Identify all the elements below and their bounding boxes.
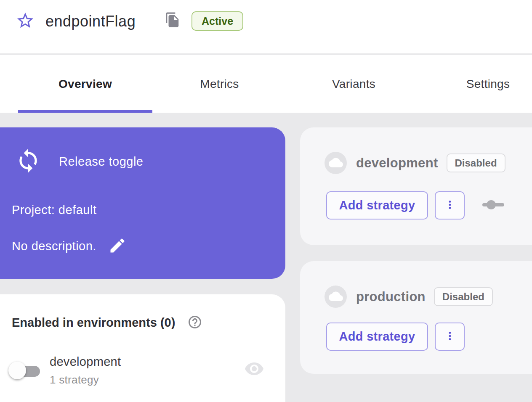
environment-status-badge: Disabled bbox=[447, 153, 505, 172]
environment-name: development bbox=[50, 355, 121, 369]
pencil-icon bbox=[108, 236, 127, 256]
flag-header: endpointFlag Active bbox=[0, 0, 532, 54]
environment-strategy-count: 1 strategy bbox=[50, 373, 99, 386]
page-title: endpointFlag bbox=[45, 13, 136, 30]
edit-description-button[interactable] bbox=[107, 236, 128, 256]
environment-card-name: production bbox=[356, 289, 426, 304]
environment-card-production: production Disabled Add strategy bbox=[300, 261, 532, 374]
development-toggle-switch[interactable] bbox=[8, 361, 41, 382]
environment-card-actions: Add strategy bbox=[326, 323, 465, 351]
flag-description-row: No description. bbox=[12, 236, 128, 256]
slider-icon bbox=[482, 199, 505, 212]
flag-type-label: Release toggle bbox=[59, 155, 143, 169]
tab-settings[interactable]: Settings bbox=[421, 55, 532, 113]
environment-card-development: development Disabled Add strategy bbox=[300, 127, 532, 245]
status-badge: Active bbox=[192, 11, 243, 31]
kebab-menu-icon bbox=[444, 330, 456, 344]
environment-card-actions: Add strategy bbox=[326, 191, 505, 220]
sync-arrows-icon bbox=[15, 148, 41, 175]
star-icon bbox=[16, 11, 35, 32]
avatar bbox=[325, 152, 347, 174]
flag-type-row: Release toggle bbox=[15, 148, 143, 175]
tab-overview[interactable]: Overview bbox=[18, 55, 152, 113]
cloud-icon bbox=[329, 157, 343, 169]
kebab-menu-icon bbox=[444, 198, 456, 212]
avatar bbox=[325, 286, 347, 308]
switch-thumb bbox=[8, 362, 26, 379]
copy-name-button[interactable] bbox=[164, 11, 181, 29]
tab-metrics[interactable]: Metrics bbox=[152, 55, 287, 113]
environment-card-header: development Disabled bbox=[325, 152, 505, 174]
favorite-button[interactable] bbox=[15, 11, 35, 31]
add-strategy-button[interactable]: Add strategy bbox=[326, 191, 428, 220]
visibility-button[interactable] bbox=[243, 360, 265, 378]
environment-menu-button[interactable] bbox=[435, 191, 465, 220]
enabled-environments-heading-row: Enabled in environments (0) bbox=[12, 315, 203, 331]
eye-icon bbox=[244, 361, 264, 378]
environment-status-badge: Disabled bbox=[434, 287, 493, 306]
flag-description-label: No description. bbox=[12, 239, 96, 253]
question-circle-icon bbox=[187, 315, 202, 331]
add-strategy-button[interactable]: Add strategy bbox=[326, 323, 428, 351]
tab-variants[interactable]: Variants bbox=[287, 55, 421, 113]
environment-menu-button[interactable] bbox=[435, 323, 465, 351]
flag-project-label: Project: default bbox=[12, 203, 96, 217]
help-button[interactable] bbox=[187, 315, 203, 331]
environment-row-development: development 1 strategy bbox=[0, 352, 285, 390]
tab-list: Overview Metrics Variants Settings bbox=[18, 55, 532, 113]
strategy-slider-handle[interactable] bbox=[481, 199, 505, 212]
enabled-environments-heading: Enabled in environments (0) bbox=[12, 316, 175, 330]
enabled-environments-panel: Enabled in environments (0) development … bbox=[0, 294, 285, 402]
flag-info-card: Release toggle Project: default No descr… bbox=[0, 127, 285, 279]
environment-card-header: production Disabled bbox=[325, 286, 493, 308]
copy-icon bbox=[165, 12, 181, 29]
overview-content: Release toggle Project: default No descr… bbox=[0, 113, 532, 402]
feature-flag-page: endpointFlag Active Overview Metrics Var… bbox=[0, 0, 532, 402]
cloud-icon bbox=[329, 291, 343, 303]
tab-bar: Overview Metrics Variants Settings bbox=[0, 55, 532, 113]
environment-card-name: development bbox=[356, 156, 438, 171]
